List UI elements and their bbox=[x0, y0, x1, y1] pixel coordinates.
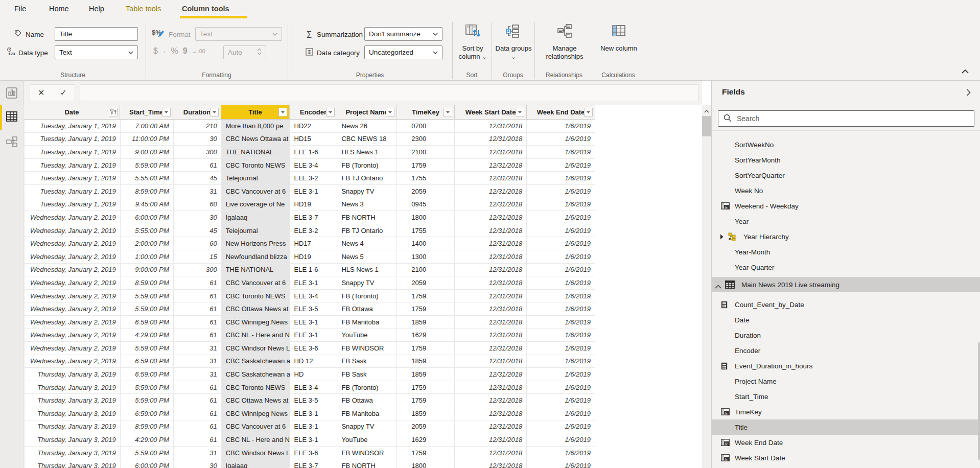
cell-encoder[interactable]: ELE 3-1 bbox=[290, 407, 338, 420]
cell-week-start-date[interactable]: 12/31/2018 bbox=[455, 302, 527, 316]
column-dropdown-icon[interactable] bbox=[278, 108, 287, 116]
field-item-weekend-weekday[interactable]: fxWeekend - Weekday bbox=[712, 198, 980, 214]
cell-title[interactable]: Igalaaq bbox=[222, 211, 290, 224]
thousands-separator-icon[interactable]: 9 bbox=[183, 46, 188, 56]
cell-week-end-date[interactable]: 1/6/2019 bbox=[527, 447, 595, 460]
cell-start_time[interactable]: 6:00:00 PM bbox=[121, 211, 174, 224]
report-view-icon[interactable] bbox=[6, 87, 18, 99]
column-header-title[interactable]: Title bbox=[221, 105, 290, 120]
cell-timekey[interactable]: 1759 bbox=[397, 290, 455, 303]
field-item-encoder[interactable]: Encoder bbox=[712, 343, 980, 358]
cell-week-end-date[interactable]: 1/6/2019 bbox=[527, 198, 595, 212]
cell-encoder[interactable]: HD19 bbox=[290, 198, 338, 212]
field-item-week-no[interactable]: Week No bbox=[712, 183, 980, 198]
cell-duration[interactable]: 60 bbox=[174, 198, 222, 212]
cell-timekey[interactable]: 1859 bbox=[397, 368, 455, 381]
cell-start_time[interactable]: 5:59:00 PM bbox=[121, 381, 174, 394]
cell-timekey[interactable]: 1800 bbox=[397, 211, 455, 224]
cell-title[interactable]: Telejournal bbox=[222, 172, 290, 185]
cell-timekey[interactable]: 1859 bbox=[397, 316, 455, 329]
cell-timekey[interactable]: 1300 bbox=[397, 250, 455, 264]
cell-timekey[interactable]: 1859 bbox=[397, 407, 455, 420]
cell-start_time[interactable]: 4:29:00 PM bbox=[121, 329, 174, 342]
cell-week-start-date[interactable]: 12/31/2018 bbox=[455, 459, 527, 468]
cell-title[interactable]: CBC Saskatchewan a bbox=[222, 368, 290, 381]
manage-relationships-button[interactable]: Manage relationships bbox=[535, 23, 594, 78]
column-name-input[interactable] bbox=[55, 27, 138, 41]
cell-duration[interactable]: 31 bbox=[174, 185, 222, 198]
cell-week-start-date[interactable]: 12/31/2018 bbox=[455, 146, 527, 159]
cell-project-name[interactable]: News 3 bbox=[337, 198, 397, 212]
cell-date[interactable]: Thursday, January 3, 2019 bbox=[25, 368, 121, 381]
cell-timekey[interactable]: 1629 bbox=[397, 329, 455, 342]
cell-timekey[interactable]: 2059 bbox=[397, 185, 455, 198]
cell-date[interactable]: Thursday, January 3, 2019 bbox=[25, 381, 121, 394]
collapse-ribbon-icon[interactable] bbox=[962, 67, 969, 75]
cell-project-name[interactable]: FB Sask bbox=[337, 368, 397, 381]
cell-week-start-date[interactable]: 12/31/2018 bbox=[455, 250, 527, 264]
field-item-sortyearquarter[interactable]: SortYearQuarter bbox=[712, 168, 980, 183]
cell-week-start-date[interactable]: 12/31/2018 bbox=[455, 394, 527, 407]
cell-start_time[interactable]: 9:00:00 PM bbox=[121, 264, 174, 277]
cell-duration[interactable]: 31 bbox=[174, 355, 222, 368]
cell-week-start-date[interactable]: 12/31/2018 bbox=[455, 316, 527, 329]
cell-title[interactable]: CBC Toronto NEWS bbox=[222, 381, 290, 394]
cell-duration[interactable]: 31 bbox=[174, 342, 222, 355]
cell-encoder[interactable]: ELE 3-1 bbox=[290, 276, 338, 290]
column-header-start_time[interactable]: Start_Time bbox=[120, 105, 173, 120]
cell-timekey[interactable]: 1800 bbox=[397, 459, 455, 468]
cell-week-end-date[interactable]: 1/6/2019 bbox=[527, 394, 595, 407]
cell-week-end-date[interactable]: 1/6/2019 bbox=[527, 172, 595, 185]
percent-icon[interactable]: % bbox=[171, 46, 178, 56]
cell-date[interactable]: Tuesday, January 1, 2019 bbox=[25, 120, 121, 133]
cell-title[interactable]: CBC Vancouver at 6 bbox=[222, 420, 290, 434]
cell-title[interactable]: New Horizons Press bbox=[222, 237, 290, 250]
search-input[interactable] bbox=[737, 114, 969, 123]
cell-duration[interactable]: 300 bbox=[174, 146, 222, 159]
cell-week-end-date[interactable]: 1/6/2019 bbox=[527, 120, 595, 133]
cell-date[interactable]: Thursday, January 3, 2019 bbox=[25, 420, 121, 434]
cell-start_time[interactable]: 1:00:00 PM bbox=[121, 250, 174, 264]
column-dropdown-icon[interactable] bbox=[386, 108, 394, 116]
cell-week-start-date[interactable]: 12/31/2018 bbox=[455, 172, 527, 185]
cell-project-name[interactable]: FB Ottawa bbox=[337, 302, 397, 316]
field-item-event-duration-in-hours[interactable]: Event_Duration_in_hours bbox=[712, 358, 980, 373]
cell-week-start-date[interactable]: 12/31/2018 bbox=[455, 198, 527, 212]
column-dropdown-icon[interactable] bbox=[444, 108, 452, 116]
format-dropdown[interactable]: Text bbox=[195, 27, 282, 41]
cell-start_time[interactable]: 6:00:00 PM bbox=[121, 459, 174, 468]
cell-date[interactable]: Wednesday, January 2, 2019 bbox=[25, 211, 121, 224]
cell-project-name[interactable]: FB Manitoba bbox=[337, 407, 397, 420]
menu-tab-home[interactable]: Home bbox=[49, 5, 69, 13]
cell-duration[interactable]: 45 bbox=[174, 224, 222, 238]
cell-encoder[interactable]: ELE 3-6 bbox=[290, 447, 338, 460]
cell-title[interactable]: CBC Winnipeg News bbox=[222, 316, 290, 329]
cell-week-end-date[interactable]: 1/6/2019 bbox=[527, 211, 595, 224]
column-dropdown-icon[interactable] bbox=[210, 108, 219, 116]
column-header-duration[interactable]: Duration bbox=[173, 105, 221, 120]
cell-timekey[interactable]: 1759 bbox=[397, 342, 455, 355]
field-item-count-event-by-date[interactable]: Count_Event_by_Date bbox=[712, 297, 980, 312]
cell-week-end-date[interactable]: 1/6/2019 bbox=[527, 381, 595, 394]
cell-date[interactable]: Tuesday, January 1, 2019 bbox=[25, 133, 121, 146]
field-item-week-end-date[interactable]: fxWeek End Date bbox=[712, 435, 980, 450]
cell-encoder[interactable]: ELE 3-4 bbox=[290, 381, 338, 394]
field-item-project-name[interactable]: Project Name bbox=[712, 373, 980, 389]
cell-encoder[interactable]: HD 12 bbox=[290, 355, 338, 368]
cell-week-start-date[interactable]: 12/31/2018 bbox=[455, 368, 527, 381]
cell-date[interactable]: Wednesday, January 2, 2019 bbox=[25, 250, 121, 264]
column-dropdown-icon[interactable] bbox=[584, 108, 593, 116]
cell-project-name[interactable]: FB Sask bbox=[337, 355, 397, 368]
cell-encoder[interactable]: ELE 3-1 bbox=[290, 316, 338, 329]
spinner-arrows[interactable] bbox=[257, 48, 262, 57]
cell-title[interactable]: CBC Vancouver at 6 bbox=[222, 276, 290, 290]
field-item-week-start-date[interactable]: fxWeek Start Date bbox=[712, 450, 980, 465]
cell-title[interactable]: CBC NL - Here and N bbox=[222, 433, 290, 447]
cell-project-name[interactable]: HLS News 1 bbox=[337, 264, 397, 277]
cell-timekey[interactable]: 1759 bbox=[397, 447, 455, 460]
cell-encoder[interactable]: ELE 3-1 bbox=[290, 420, 338, 434]
cell-week-end-date[interactable]: 1/6/2019 bbox=[527, 264, 595, 277]
cell-duration[interactable]: 31 bbox=[174, 447, 222, 460]
cell-duration[interactable]: 45 bbox=[174, 172, 222, 185]
fields-scrollbar-thumb[interactable] bbox=[978, 342, 980, 460]
